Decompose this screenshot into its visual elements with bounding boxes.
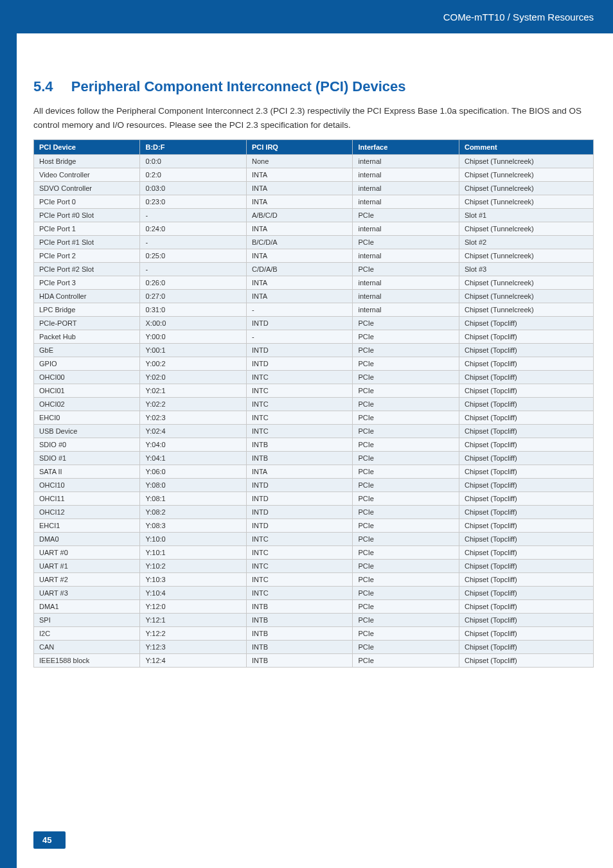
table-cell: Chipset (Topcliff) [459, 411, 593, 425]
table-cell: INTA [246, 290, 352, 303]
table-cell: Y:02:2 [140, 398, 246, 411]
table-cell: DMA0 [34, 533, 140, 546]
table-cell: INTC [246, 533, 352, 546]
table-cell: 0:25:0 [140, 249, 246, 263]
table-cell: INTA [246, 182, 352, 195]
pci-devices-table: PCI DeviceB:D:FPCI IRQInterfaceComment H… [33, 139, 594, 668]
table-cell: Y:12:4 [140, 654, 246, 668]
table-cell: Chipset (Tunnelcreek) [459, 303, 593, 317]
table-cell: IEEE1588 block [34, 654, 140, 668]
table-cell: Chipset (Topcliff) [459, 438, 593, 452]
table-cell: Chipset (Topcliff) [459, 398, 593, 411]
table-cell: 0:03:0 [140, 182, 246, 195]
table-cell: Slot #1 [459, 209, 593, 222]
table-cell: Y:12:1 [140, 614, 246, 627]
table-cell: 0:31:0 [140, 303, 246, 317]
table-cell: B/C/D/A [246, 236, 352, 249]
table-column-header: Comment [459, 140, 593, 155]
table-row: Host Bridge0:0:0NoneinternalChipset (Tun… [34, 155, 594, 168]
section-number: 5.4 [33, 78, 53, 95]
table-cell: INTC [246, 560, 352, 573]
table-cell: HDA Controller [34, 290, 140, 303]
table-cell: Y:00:0 [140, 330, 246, 344]
table-cell: Slot #3 [459, 263, 593, 276]
table-cell: Chipset (Topcliff) [459, 627, 593, 641]
table-row: GPIOY:00:2INTDPCIeChipset (Topcliff) [34, 357, 594, 371]
table-column-header: Interface [353, 140, 459, 155]
table-cell: PCIe [353, 560, 459, 573]
table-row: SDIO #0Y:04:0INTBPCIeChipset (Topcliff) [34, 438, 594, 452]
table-cell: Y:10:1 [140, 546, 246, 560]
table-cell: internal [353, 155, 459, 168]
table-cell: 0:2:0 [140, 168, 246, 182]
table-row: SATA IIY:06:0INTAPCIeChipset (Topcliff) [34, 465, 594, 479]
section-heading: 5.4 Peripheral Component Interconnect (P… [33, 78, 594, 95]
table-row: USB DeviceY:02:4INTCPCIeChipset (Topclif… [34, 425, 594, 438]
table-row: PCIe Port #0 Slot-A/B/C/DPCIeSlot #1 [34, 209, 594, 222]
table-cell: Chipset (Topcliff) [459, 654, 593, 668]
table-cell: INTA [246, 276, 352, 290]
table-cell: PCIe [353, 330, 459, 344]
table-column-header: B:D:F [140, 140, 246, 155]
table-cell: - [246, 303, 352, 317]
table-cell: Chipset (Topcliff) [459, 425, 593, 438]
table-cell: PCIe [353, 425, 459, 438]
table-cell: 0:23:0 [140, 195, 246, 209]
table-cell: PCIe Port #2 Slot [34, 263, 140, 276]
table-row: Packet HubY:00:0-PCIeChipset (Topcliff) [34, 330, 594, 344]
table-cell: SDVO Controller [34, 182, 140, 195]
table-cell: 0:0:0 [140, 155, 246, 168]
table-cell: Chipset (Tunnelcreek) [459, 155, 593, 168]
table-row: OHCI00Y:02:0INTCPCIeChipset (Topcliff) [34, 371, 594, 384]
table-cell: Y:10:4 [140, 587, 246, 600]
table-cell: Chipset (Tunnelcreek) [459, 276, 593, 290]
table-cell: INTC [246, 371, 352, 384]
table-cell: PCIe [353, 398, 459, 411]
table-cell: Y:10:2 [140, 560, 246, 573]
table-cell: CAN [34, 641, 140, 654]
table-cell: INTA [246, 222, 352, 236]
table-cell: PCIe [353, 506, 459, 519]
table-cell: Y:02:4 [140, 425, 246, 438]
table-cell: Chipset (Tunnelcreek) [459, 249, 593, 263]
table-cell: OHCI10 [34, 479, 140, 492]
table-cell: INTB [246, 438, 352, 452]
table-cell: C/D/A/B [246, 263, 352, 276]
table-cell: INTC [246, 411, 352, 425]
table-row: SDVO Controller0:03:0INTAinternalChipset… [34, 182, 594, 195]
table-cell: PCIe [353, 263, 459, 276]
table-cell: Y:04:1 [140, 452, 246, 465]
table-cell: Y:02:1 [140, 384, 246, 398]
table-cell: INTC [246, 587, 352, 600]
table-cell: OHCI12 [34, 506, 140, 519]
table-cell: Y:10:3 [140, 573, 246, 587]
table-cell: EHCI0 [34, 411, 140, 425]
table-cell: Y:02:3 [140, 411, 246, 425]
table-cell: OHCI02 [34, 398, 140, 411]
table-row: SPIY:12:1INTBPCIeChipset (Topcliff) [34, 614, 594, 627]
table-row: PCIe Port 10:24:0INTAinternalChipset (Tu… [34, 222, 594, 236]
table-cell: Chipset (Topcliff) [459, 357, 593, 371]
content-area: 5.4 Peripheral Component Interconnect (P… [0, 33, 613, 668]
page-number: 45 [42, 835, 51, 845]
table-cell: PCIe [353, 344, 459, 357]
table-cell: PCIe [353, 411, 459, 425]
table-cell: A/B/C/D [246, 209, 352, 222]
table-row: PCIe Port 00:23:0INTAinternalChipset (Tu… [34, 195, 594, 209]
table-cell: Y:08:0 [140, 479, 246, 492]
table-cell: PCIe [353, 357, 459, 371]
table-cell: INTA [246, 465, 352, 479]
table-cell: internal [353, 168, 459, 182]
table-body: Host Bridge0:0:0NoneinternalChipset (Tun… [34, 155, 594, 668]
table-cell: Y:06:0 [140, 465, 246, 479]
table-row: OHCI10Y:08:0INTDPCIeChipset (Topcliff) [34, 479, 594, 492]
table-cell: internal [353, 290, 459, 303]
table-cell: PCIe-PORT [34, 317, 140, 330]
table-cell: INTD [246, 357, 352, 371]
table-cell: Chipset (Topcliff) [459, 384, 593, 398]
table-cell: OHCI01 [34, 384, 140, 398]
table-cell: PCIe [353, 546, 459, 560]
table-row: CANY:12:3INTBPCIeChipset (Topcliff) [34, 641, 594, 654]
table-cell: Packet Hub [34, 330, 140, 344]
table-cell: INTA [246, 249, 352, 263]
